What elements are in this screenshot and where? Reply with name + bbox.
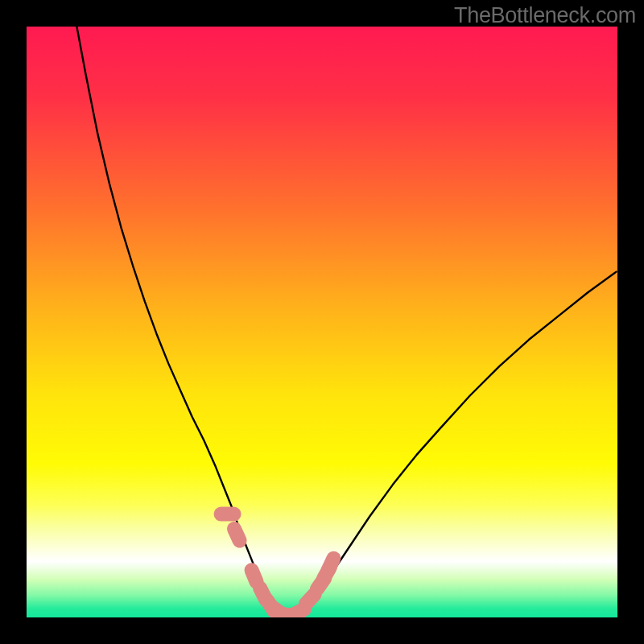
series-marker bbox=[234, 529, 240, 541]
series-marker bbox=[252, 570, 257, 582]
series-marker bbox=[328, 559, 334, 570]
chart-svg bbox=[27, 27, 617, 617]
series-marker bbox=[306, 594, 315, 604]
plot-background bbox=[27, 27, 617, 617]
chart-frame: TheBottleneck.com bbox=[0, 0, 644, 644]
plot-area bbox=[27, 27, 617, 617]
watermark-text: TheBottleneck.com bbox=[454, 3, 636, 28]
